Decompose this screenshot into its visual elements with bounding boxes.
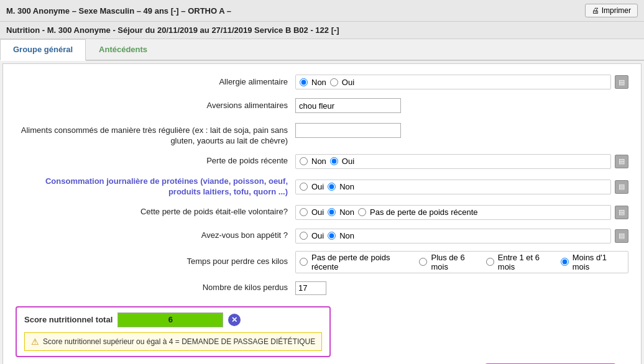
perte-poids-upload-icon[interactable]: ▤	[615, 155, 628, 168]
score-input[interactable]	[117, 312, 223, 327]
temps-1mois-label: Moins d'1 mois	[573, 253, 624, 271]
temps-pas-label: Pas de perte de poids récente	[311, 253, 415, 271]
allergie-non-label: Non	[311, 78, 326, 87]
consommation-radio-group: Oui Non	[295, 180, 611, 194]
perte-poids-row: Perte de poids récente Non Oui ▤	[16, 153, 628, 170]
allergie-control: Non Oui ▤	[295, 75, 628, 89]
vol-oui-label: Oui	[311, 207, 324, 217]
appetit-row: Avez-vous bon appétit ? Oui Non ▤	[16, 227, 628, 245]
temps-6mois-radio[interactable]	[419, 258, 427, 266]
aliments-control	[295, 123, 628, 138]
score-border-box: Score nutritionnel total ✕ ⚠ Score nutri…	[16, 306, 331, 357]
warning-text: Score nutritionnel supérieur ou égal à 4…	[43, 337, 315, 346]
conso-oui-label: Oui	[311, 182, 324, 191]
perte-poids-radio-group: Non Oui	[295, 154, 611, 169]
score-clear-button[interactable]: ✕	[228, 314, 241, 326]
temps-row: Temps pour perdre ces kilos Pas de perte…	[16, 251, 628, 273]
kilos-input[interactable]	[295, 281, 326, 295]
appetit-label: Avez-vous bon appétit ?	[16, 230, 295, 241]
main-content: Allergie alimentaire Non Oui ▤ Aversions…	[2, 63, 642, 364]
aliments-label: Aliments consommés de manière très régul…	[16, 123, 295, 147]
vol-pas-radio[interactable]	[358, 208, 366, 216]
allergie-radio-group: Non Oui	[295, 75, 611, 89]
app-non-label: Non	[339, 231, 354, 240]
allergie-oui-radio[interactable]	[330, 78, 338, 86]
allergie-upload-icon[interactable]: ▤	[615, 75, 628, 89]
tabs-bar: Groupe général Antécédents	[0, 39, 644, 61]
aversions-row: Aversions alimentaires chou fleur	[16, 97, 628, 114]
appetit-upload-icon[interactable]: ▤	[615, 229, 628, 243]
allergie-non-radio[interactable]	[300, 78, 308, 86]
temps-label: Temps pour perdre ces kilos	[16, 257, 295, 267]
allergie-oui-label: Oui	[342, 78, 354, 87]
consommation-label: Consommation journalière de protéines (v…	[16, 176, 295, 198]
aliments-input[interactable]	[295, 123, 401, 138]
appetit-control: Oui Non ▤	[295, 229, 628, 243]
aversions-control: chou fleur	[295, 98, 628, 113]
consommation-upload-icon[interactable]: ▤	[615, 180, 628, 194]
score-label: Score nutritionnel total	[24, 315, 113, 324]
temps-control: Pas de perte de poids récente Plus de 6 …	[295, 251, 628, 273]
vol-pas-label: Pas de perte de poids récente	[370, 207, 477, 217]
volontaire-control: Oui Non Pas de perte de poids récente ▤	[295, 205, 628, 220]
printer-icon: 🖨	[592, 6, 599, 15]
allergie-row: Allergie alimentaire Non Oui ▤	[16, 73, 628, 91]
temps-radio-group: Pas de perte de poids récente Plus de 6 …	[295, 251, 628, 273]
aversions-label: Aversions alimentaires	[16, 101, 295, 111]
kilos-control	[295, 281, 628, 295]
tab-antecedents[interactable]: Antécédents	[86, 39, 160, 60]
print-button[interactable]: 🖨 Imprimer	[585, 4, 638, 17]
app-non-radio[interactable]	[328, 232, 336, 240]
score-section: Score nutritionnel total ✕ ⚠ Score nutri…	[16, 303, 628, 357]
volontaire-radio-group: Oui Non Pas de perte de poids récente	[295, 205, 611, 220]
kilos-row: Nombre de kilos perdus	[16, 280, 628, 297]
vol-non-radio[interactable]	[328, 208, 336, 216]
volontaire-upload-icon[interactable]: ▤	[615, 206, 628, 219]
volontaire-label: Cette perte de poids était-elle volontai…	[16, 207, 295, 217]
consommation-control: Oui Non ▤	[295, 180, 628, 194]
conso-oui-radio[interactable]	[300, 183, 308, 191]
aliments-row: Aliments consommés de manière très régul…	[16, 121, 628, 147]
conso-non-radio[interactable]	[328, 183, 336, 191]
vol-oui-radio[interactable]	[300, 208, 308, 216]
warning-icon: ⚠	[31, 337, 39, 347]
perte-poids-label: Perte de poids récente	[16, 156, 295, 166]
appetit-radio-group: Oui Non	[295, 229, 611, 243]
allergie-label: Allergie alimentaire	[16, 77, 295, 88]
conso-non-label: Non	[339, 182, 354, 191]
temps-6mois-label: Plus de 6 mois	[431, 253, 482, 271]
subtitle-bar: Nutrition - M. 300 Anonyme - Séjour du 2…	[0, 22, 644, 39]
app-oui-label: Oui	[311, 231, 324, 240]
temps-1mois-radio[interactable]	[561, 258, 569, 266]
perte-non-label: Non	[311, 157, 326, 166]
temps-1-6mois-radio[interactable]	[486, 258, 494, 266]
perte-poids-control: Non Oui ▤	[295, 154, 628, 169]
title-text: M. 300 Anonyme – Sexe Masculin – 49 ans …	[6, 6, 231, 16]
consommation-row: Consommation journalière de protéines (v…	[16, 176, 628, 198]
kilos-label: Nombre de kilos perdus	[16, 283, 295, 293]
app-oui-radio[interactable]	[300, 232, 308, 240]
perte-oui-label: Oui	[342, 157, 354, 166]
score-row: Score nutritionnel total ✕	[24, 312, 322, 327]
temps-1-6mois-label: Entre 1 et 6 mois	[498, 253, 557, 271]
temps-pas-radio[interactable]	[300, 258, 308, 266]
vol-non-label: Non	[339, 207, 354, 217]
aversions-input[interactable]: chou fleur	[295, 98, 401, 113]
warning-box: ⚠ Score nutritionnel supérieur ou égal à…	[24, 332, 322, 351]
perte-oui-radio[interactable]	[330, 157, 338, 165]
perte-non-radio[interactable]	[300, 157, 308, 165]
volontaire-row: Cette perte de poids était-elle volontai…	[16, 204, 628, 221]
title-bar: M. 300 Anonyme – Sexe Masculin – 49 ans …	[0, 0, 644, 22]
tab-groupe-general[interactable]: Groupe général	[0, 39, 86, 61]
